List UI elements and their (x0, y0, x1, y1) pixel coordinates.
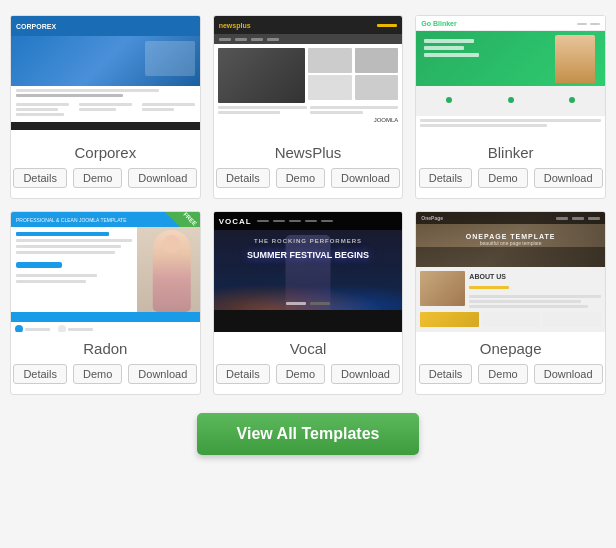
onepage-title: Onepage (480, 340, 542, 357)
blinker-details-btn[interactable]: Details (419, 168, 473, 188)
radon-title: Radon (83, 340, 127, 357)
template-card-blinker: Go Blinker (415, 15, 606, 199)
template-card-corporex: CORPOREX (10, 15, 201, 199)
blinker-download-btn[interactable]: Download (534, 168, 603, 188)
onepage-actions: Details Demo Download (419, 364, 603, 384)
blinker-demo-btn[interactable]: Demo (478, 168, 527, 188)
vocal-title: Vocal (290, 340, 327, 357)
newsplus-demo-btn[interactable]: Demo (276, 168, 325, 188)
newsplus-thumbnail: newsplus (214, 16, 403, 136)
corporex-actions: Details Demo Download (13, 168, 197, 188)
template-card-onepage: OnePage ONEPAGE TEMPLATE beautiful one p… (415, 211, 606, 395)
radon-details-btn[interactable]: Details (13, 364, 67, 384)
radon-demo-btn[interactable]: Demo (73, 364, 122, 384)
vocal-details-btn[interactable]: Details (216, 364, 270, 384)
template-card-radon: FREE PROFESSIONAL & CLEAN JOOMLA TEMPLAT… (10, 211, 201, 395)
onepage-download-btn[interactable]: Download (534, 364, 603, 384)
newsplus-download-btn[interactable]: Download (331, 168, 400, 188)
blinker-title: Blinker (488, 144, 534, 161)
onepage-details-btn[interactable]: Details (419, 364, 473, 384)
onepage-demo-btn[interactable]: Demo (478, 364, 527, 384)
template-card-newsplus: newsplus (213, 15, 404, 199)
vocal-download-btn[interactable]: Download (331, 364, 400, 384)
corporex-demo-btn[interactable]: Demo (73, 168, 122, 188)
vocal-thumbnail: VOCAL THE ROCKING PERFORMERS SUMMER FEST… (214, 212, 403, 332)
newsplus-title: NewsPlus (275, 144, 342, 161)
corporex-thumbnail: CORPOREX (11, 16, 200, 136)
blinker-actions: Details Demo Download (419, 168, 603, 188)
corporex-title: Corporex (74, 144, 136, 161)
vocal-actions: Details Demo Download (216, 364, 400, 384)
view-all-templates-button[interactable]: View All Templates (197, 413, 420, 455)
radon-download-btn[interactable]: Download (128, 364, 197, 384)
vocal-demo-btn[interactable]: Demo (276, 364, 325, 384)
corporex-download-btn[interactable]: Download (128, 168, 197, 188)
corporex-details-btn[interactable]: Details (13, 168, 67, 188)
radon-actions: Details Demo Download (13, 364, 197, 384)
radon-thumbnail: FREE PROFESSIONAL & CLEAN JOOMLA TEMPLAT… (11, 212, 200, 332)
templates-grid: CORPOREX (10, 15, 606, 395)
template-card-vocal: VOCAL THE ROCKING PERFORMERS SUMMER FEST… (213, 211, 404, 395)
newsplus-details-btn[interactable]: Details (216, 168, 270, 188)
newsplus-actions: Details Demo Download (216, 168, 400, 188)
onepage-thumbnail: OnePage ONEPAGE TEMPLATE beautiful one p… (416, 212, 605, 332)
blinker-thumbnail: Go Blinker (416, 16, 605, 136)
